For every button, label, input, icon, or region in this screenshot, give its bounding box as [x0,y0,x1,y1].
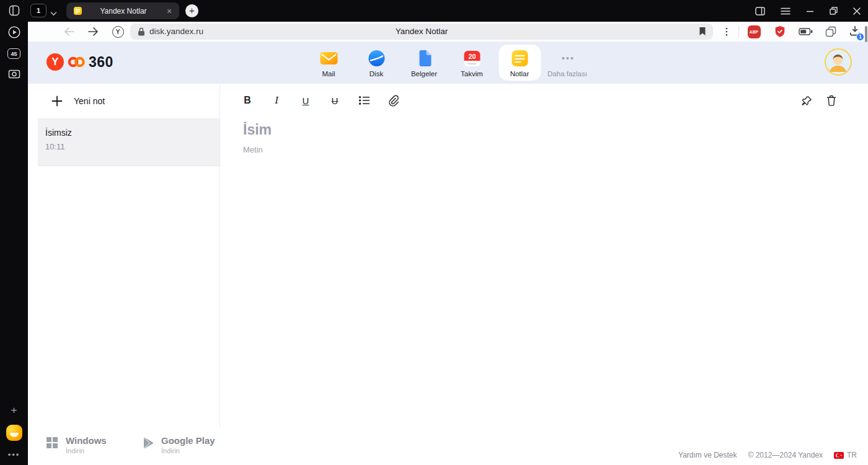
downloads-icon[interactable]: 1 [846,22,864,42]
windows-icon [46,437,58,448]
store-title: Windows [66,436,107,446]
format-toolbar: B I U U [220,84,868,117]
calendar-date-badge: 20 [468,53,476,60]
address-bar[interactable]: disk.yandex.ru Yandex Notlar [130,24,713,40]
window-controls [755,0,861,22]
pin-icon [802,95,812,106]
delete-note-button[interactable] [823,92,839,109]
close-window-icon[interactable] [853,7,861,15]
note-editor: B I U U [220,84,868,428]
underline-button[interactable]: U [296,91,316,110]
download-count-badge: 1 [856,33,864,41]
google-play-download-link[interactable]: Google Play İndirin [143,436,215,454]
italic-button[interactable]: I [267,91,286,110]
attach-button[interactable] [383,91,403,110]
bold-button[interactable]: B [237,91,257,110]
web-page: Y 360 Mail Disk Belgeler 20 [28,42,868,465]
notes-app: Yeni not İsimsiz 10:11 B I U U [28,84,868,428]
nav-item-takvim[interactable]: 20 Takvim [451,45,493,81]
shield-extension-icon[interactable] [772,22,788,42]
protect-icon[interactable]: Y [110,22,126,42]
tab-counter-badge[interactable]: 45 [7,48,20,59]
yandex-y-icon: Y [46,53,64,71]
plus-icon [51,95,63,107]
sidebar-more-icon[interactable]: ••• [8,450,20,459]
nav-label: Disk [370,70,383,78]
nav-label: Mail [322,70,335,78]
calendar-icon: 20 [463,49,481,68]
abp-label: ABP [748,25,761,38]
page-footer: Windows İndirin Google Play İndirin Yard… [28,428,868,465]
back-icon[interactable] [61,22,76,42]
toolbar-divider [738,26,739,37]
nav-label: Notlar [510,70,529,78]
new-note-button[interactable]: Yeni not [38,84,219,119]
new-note-label: Yeni not [74,96,105,106]
tab-close-icon[interactable]: × [164,7,174,16]
nav-item-belgeler[interactable]: Belgeler [403,45,445,81]
tab-group-button[interactable]: 1 [30,4,46,17]
notes-tab-icon [73,6,82,16]
nav-label: Belgeler [411,70,437,78]
toolbar-menu-icon[interactable]: ⋮ [720,22,733,42]
services-nav: Mail Disk Belgeler 20 Takvim Notlar [308,45,588,81]
scrollbar-thumb[interactable] [865,26,867,42]
list-button[interactable] [354,91,374,110]
help-link[interactable]: Yardım ve Destek [678,451,737,459]
mail-icon [319,49,338,68]
restore-icon[interactable] [830,7,838,15]
browser-side-panel: 45 + ••• [0,0,28,465]
pin-note-button[interactable] [799,92,815,109]
yandex-browser-icon[interactable] [6,425,22,441]
language-selector[interactable]: TR [834,451,857,459]
protect-letter: Y [112,26,124,38]
minimize-icon[interactable] [806,7,814,15]
documents-icon [415,49,433,68]
browser-menu-icon[interactable] [781,7,790,15]
note-list-item[interactable]: İsimsiz 10:11 [38,119,219,166]
tab-bar: 1 Yandex Notlar × + [28,0,868,22]
more-services-icon [558,49,577,68]
logo-360-text: 360 [89,54,113,71]
forward-icon[interactable] [86,22,100,42]
tab-title: Yandex Notlar [82,7,164,16]
panel-view-icon[interactable] [755,7,765,16]
windows-download-link[interactable]: Windows İndirin [46,436,107,454]
collections-icon[interactable] [823,22,839,42]
user-avatar[interactable] [825,48,852,76]
play-icon[interactable] [7,25,21,39]
sidebar-toggle-icon[interactable] [9,5,20,16]
notes-list-panel: Yeni not İsimsiz 10:11 [38,84,220,428]
note-title-input[interactable]: İsim [243,122,868,138]
note-actions [799,92,839,109]
google-play-icon [143,437,153,449]
note-item-time: 10:11 [45,142,212,151]
abp-extension-icon[interactable]: ABP [746,22,762,42]
disk-icon [367,49,386,68]
sidebar-add-icon[interactable]: + [11,405,17,415]
nav-label: Daha fazlası [547,70,587,78]
nav-item-daha-fazlasi[interactable]: Daha fazlası [546,45,588,81]
yandex-360-logo[interactable]: Y 360 [46,53,113,71]
list-icon [358,95,370,105]
tab-list-chevron-icon[interactable] [50,7,57,19]
store-title: Google Play [161,436,215,446]
service-header: Y 360 Mail Disk Belgeler 20 [28,42,868,84]
copyright-text: © 2012—2024 Yandex [748,451,823,459]
browser-window: 45 + ••• 1 Yandex Notlar × + [0,0,868,465]
battery-icon[interactable] [797,22,814,42]
nav-item-disk[interactable]: Disk [355,45,397,81]
strikethrough-button[interactable]: U [325,91,345,110]
nav-item-notlar[interactable]: Notlar [498,45,541,81]
logo-rings-icon [66,55,86,69]
nav-item-mail[interactable]: Mail [308,45,350,81]
screenshot-icon[interactable] [8,68,20,79]
note-body-input[interactable]: Metin [243,145,868,154]
store-subtitle: İndirin [161,447,215,454]
nav-label: Takvim [461,70,483,78]
bookmark-icon[interactable] [699,27,706,38]
footer-right: Yardım ve Destek © 2012—2024 Yandex TR [678,451,857,459]
note-item-title: İsimsiz [45,128,212,138]
active-tab[interactable]: Yandex Notlar × [66,2,179,19]
new-tab-button[interactable]: + [185,4,198,17]
